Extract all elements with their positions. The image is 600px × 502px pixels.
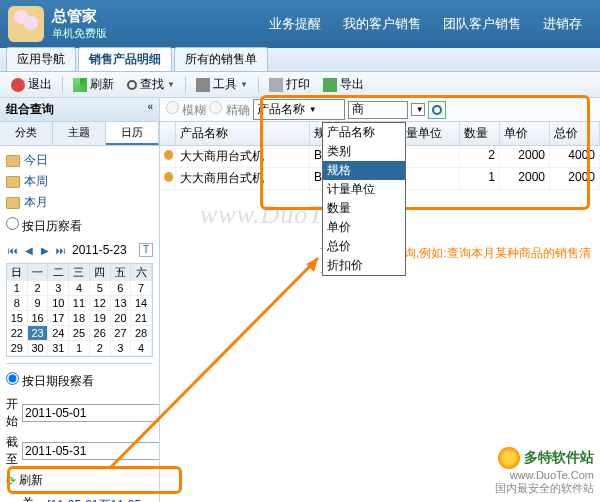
calendar-day[interactable]: 6 xyxy=(111,281,132,296)
calendar-day[interactable]: 12 xyxy=(90,296,111,311)
calendar-day[interactable]: 29 xyxy=(7,341,28,356)
brand-block: 总管家 单机免费版 xyxy=(52,7,269,41)
search-history-combo[interactable]: ▼ xyxy=(411,103,425,116)
calendar-day[interactable]: 1 xyxy=(69,341,90,356)
search-input[interactable] xyxy=(348,101,408,119)
refresh-link[interactable]: ⟳刷新 xyxy=(6,470,153,491)
field-combo[interactable]: 产品名称▼ xyxy=(253,99,345,120)
print-button[interactable]: 打印 xyxy=(264,74,315,95)
start-date-input[interactable] xyxy=(22,404,159,422)
side-tab-category[interactable]: 分类 xyxy=(0,122,53,145)
calendar-day[interactable]: 27 xyxy=(111,326,132,341)
field-combo-dropdown[interactable]: 产品名称类别规格计量单位数量单价总价折扣价 xyxy=(322,122,406,276)
date-prev-icon[interactable]: ◀ xyxy=(22,244,35,257)
calendar-day[interactable]: 21 xyxy=(131,311,152,326)
calendar-day[interactable]: 4 xyxy=(131,341,152,356)
cell-total: 2000 xyxy=(550,168,600,189)
tab-nav[interactable]: 应用导航 xyxy=(6,47,76,71)
footer-url: www.DuoTe.Com xyxy=(495,469,594,481)
combo-option[interactable]: 折扣价 xyxy=(323,256,405,275)
calendar-day[interactable]: 1 xyxy=(7,281,28,296)
nav-inventory[interactable]: 进销存 xyxy=(543,15,582,33)
calendar-day[interactable]: 23 xyxy=(28,326,49,341)
calendar-day[interactable]: 15 xyxy=(7,311,28,326)
quick-today[interactable]: 今日 xyxy=(6,150,153,171)
calendar-day[interactable]: 14 xyxy=(131,296,152,311)
calendar-day[interactable]: 20 xyxy=(111,311,132,326)
sidebar: 组合查询 « 分类 主题 日历 今日 本周 本月 按日历察看 ⏮ ◀ ▶ ⏭ 2… xyxy=(0,98,160,502)
calendar-day[interactable]: 18 xyxy=(69,311,90,326)
main-panel: 模糊 精确 产品名称▼ ▼ 产品名称 规格 计量单位 数量 单价 总价 大大商用… xyxy=(160,98,600,502)
radio-fuzzy[interactable]: 模糊 xyxy=(166,101,206,119)
start-label: 开始 xyxy=(6,396,18,430)
quick-month[interactable]: 本月 xyxy=(6,192,153,213)
link-range[interactable]: [11-05-01至11-05-31] xyxy=(47,497,153,503)
date-next-icon[interactable]: ▶ xyxy=(38,244,51,257)
refresh-icon xyxy=(73,78,87,92)
col-qty[interactable]: 数量 xyxy=(460,122,500,145)
side-tab-topic[interactable]: 主题 xyxy=(53,122,106,145)
calendar-day[interactable]: 2 xyxy=(90,341,111,356)
quick-week[interactable]: 本周 xyxy=(6,171,153,192)
calendar-day[interactable]: 30 xyxy=(28,341,49,356)
calendar-day[interactable]: 19 xyxy=(90,311,111,326)
calendar-day[interactable]: 8 xyxy=(7,296,28,311)
calendar-day[interactable]: 5 xyxy=(90,281,111,296)
end-date-input[interactable] xyxy=(22,442,159,460)
calendar-day[interactable]: 7 xyxy=(131,281,152,296)
combo-option[interactable]: 类别 xyxy=(323,142,405,161)
col-name[interactable]: 产品名称 xyxy=(176,122,310,145)
side-tab-calendar[interactable]: 日历 xyxy=(106,122,159,145)
nav-alerts[interactable]: 业务提醒 xyxy=(269,15,321,33)
calendar-day[interactable]: 31 xyxy=(48,341,69,356)
combo-option[interactable]: 规格 xyxy=(323,161,405,180)
tab-product-detail[interactable]: 销售产品明细 xyxy=(78,47,172,71)
combo-option[interactable]: 总价 xyxy=(323,237,405,256)
calendar-day[interactable]: 3 xyxy=(111,341,132,356)
nav-my-sales[interactable]: 我的客户销售 xyxy=(343,15,421,33)
calendar-day[interactable]: 17 xyxy=(48,311,69,326)
date-first-icon[interactable]: ⏮ xyxy=(6,244,19,257)
radio-by-range[interactable]: 按日期段察看 xyxy=(6,374,94,388)
calendar-day[interactable]: 22 xyxy=(7,326,28,341)
calendar-day[interactable]: 11 xyxy=(69,296,90,311)
tab-all-orders[interactable]: 所有的销售单 xyxy=(174,47,268,71)
radio-by-calendar[interactable]: 按日历察看 xyxy=(6,219,82,233)
calendar: 日一二三四五六 12345678910111213141516171819202… xyxy=(6,263,153,357)
calendar-day[interactable]: 28 xyxy=(131,326,152,341)
tools-button[interactable]: 工具▼ xyxy=(191,74,253,95)
calendar-day[interactable]: 3 xyxy=(48,281,69,296)
col-total[interactable]: 总价 xyxy=(550,122,600,145)
cell-price: 2000 xyxy=(500,168,550,189)
refresh-button[interactable]: 刷新 xyxy=(68,74,119,95)
export-icon xyxy=(323,78,337,92)
date-last-icon[interactable]: ⏭ xyxy=(54,244,67,257)
exit-button[interactable]: 退出 xyxy=(6,74,57,95)
calendar-day[interactable]: 2 xyxy=(28,281,49,296)
app-subtitle: 单机免费版 xyxy=(52,26,269,41)
calendar-day[interactable]: 16 xyxy=(28,311,49,326)
combo-option[interactable]: 单价 xyxy=(323,218,405,237)
col-price[interactable]: 单价 xyxy=(500,122,550,145)
combo-option[interactable]: 数量 xyxy=(323,199,405,218)
tab-bar: 应用导航 销售产品明细 所有的销售单 xyxy=(0,48,600,72)
do-search-button[interactable] xyxy=(428,101,446,119)
avatar-icon xyxy=(8,6,44,42)
search-button[interactable]: 查找▼ xyxy=(122,74,180,95)
combo-option[interactable]: 计量单位 xyxy=(323,180,405,199)
radio-exact[interactable]: 精确 xyxy=(209,101,249,119)
calendar-day[interactable]: 26 xyxy=(90,326,111,341)
today-button[interactable]: T xyxy=(139,243,153,257)
star-icon xyxy=(498,447,520,469)
combo-option[interactable]: 产品名称 xyxy=(323,123,405,142)
export-button[interactable]: 导出 xyxy=(318,74,369,95)
calendar-day[interactable]: 25 xyxy=(69,326,90,341)
nav-team-sales[interactable]: 团队客户销售 xyxy=(443,15,521,33)
folder-icon xyxy=(6,155,20,167)
sidebar-collapse-icon[interactable]: « xyxy=(147,101,153,118)
calendar-day[interactable]: 10 xyxy=(48,296,69,311)
calendar-day[interactable]: 9 xyxy=(28,296,49,311)
calendar-day[interactable]: 13 xyxy=(111,296,132,311)
calendar-day[interactable]: 4 xyxy=(69,281,90,296)
calendar-day[interactable]: 24 xyxy=(48,326,69,341)
